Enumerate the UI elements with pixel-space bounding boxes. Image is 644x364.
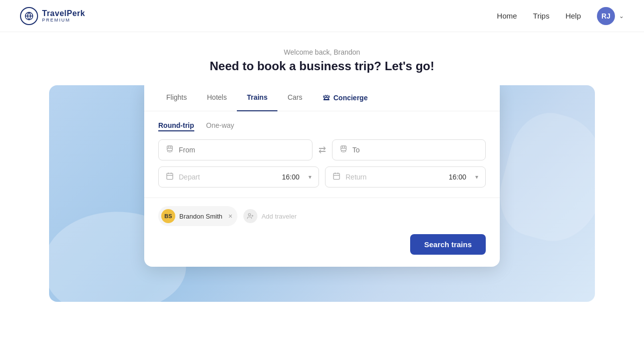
add-traveler-button[interactable]: Add traveler [243,209,296,223]
add-traveler-label: Add traveler [261,213,296,220]
concierge-icon: 🛎 [323,93,331,102]
nav-user[interactable]: RJ ⌄ [597,7,624,25]
nav-home[interactable]: Home [497,12,517,20]
depart-date-group[interactable]: Depart 16:00 ▾ [158,166,319,188]
to-field-group[interactable] [332,139,486,160]
traveler-name: Brandon Smith [179,213,222,220]
search-trains-button[interactable]: Search trains [410,234,486,255]
train-from-icon [166,145,174,155]
remove-traveler-button[interactable]: × [228,212,232,220]
tab-cars[interactable]: Cars [277,85,312,111]
tab-concierge[interactable]: 🛎 Concierge [312,85,378,111]
trip-option-oneway[interactable]: One-way [206,121,234,131]
tab-hotels[interactable]: Hotels [197,85,237,111]
depart-label: Depart [179,173,277,181]
nav-trips[interactable]: Trips [533,12,549,20]
traveler-avatar: BS [161,209,175,223]
user-menu-chevron[interactable]: ⌄ [619,13,624,20]
booking-tabs: Flights Hotels Trains Cars 🛎 Concierge [144,85,500,111]
search-card: Flights Hotels Trains Cars 🛎 Concierge [144,85,500,267]
return-date-group[interactable]: Return 16:00 ▾ [325,166,486,188]
from-input[interactable] [179,146,305,154]
traveler-chip: BS Brandon Smith × [158,206,237,226]
logo-icon [20,7,38,25]
trip-type-selector: Round-trip One-way [144,111,500,139]
page-heading: Need to book a business trip? Let's go! [210,59,434,73]
svg-rect-12 [167,173,173,179]
train-to-icon [340,145,348,155]
swap-icon[interactable]: ⇄ [318,144,326,155]
nav-help[interactable]: Help [565,12,581,20]
logo: TravelPerk PREMIUM [20,7,85,25]
app-header: TravelPerk PREMIUM Home Trips Help RJ ⌄ [0,0,644,32]
divider [144,198,500,198]
depart-time: 16:00 [282,173,299,181]
to-input[interactable] [353,146,479,154]
main-content: Welcome back, Brandon Need to book a bus… [0,32,644,364]
travelers-row: BS Brandon Smith × Add traveler [144,206,500,226]
depart-calendar-icon [166,172,174,182]
logo-text: TravelPerk PREMIUM [42,10,85,23]
main-nav: Home Trips Help RJ ⌄ [497,7,624,25]
svg-rect-16 [334,173,340,179]
search-btn-row: Search trains [144,226,500,255]
logo-name: TravelPerk [42,10,85,18]
from-to-row: ⇄ [144,139,500,160]
welcome-text: Welcome back, Brandon [284,48,360,56]
tab-trains[interactable]: Trains [237,85,277,111]
return-chevron: ▾ [475,173,478,180]
return-label: Return [346,173,444,181]
date-row: Depart 16:00 ▾ Return 16:00 [144,166,500,188]
depart-chevron: ▾ [308,173,311,180]
return-calendar-icon [333,172,341,182]
from-field-group[interactable] [158,139,312,160]
logo-sub: PREMIUM [42,18,85,23]
tab-flights[interactable]: Flights [156,85,197,111]
trip-option-roundtrip[interactable]: Round-trip [158,121,194,131]
blue-background-panel: Flights Hotels Trains Cars 🛎 Concierge [49,85,595,302]
user-avatar: RJ [597,7,615,25]
add-traveler-icon [243,209,257,223]
return-time: 16:00 [449,173,466,181]
svg-point-20 [248,214,251,216]
